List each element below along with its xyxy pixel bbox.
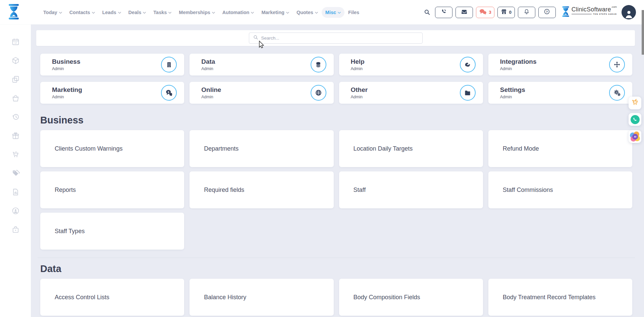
history-icon <box>11 113 20 122</box>
sidebar-item-cart[interactable] <box>0 146 31 164</box>
nav-item-label: Today <box>43 10 57 15</box>
clinicsoftware-logo[interactable]: ClinicSoftware .com TEN STEPS AHEAD <box>561 6 617 18</box>
ai-icon: AI <box>630 131 640 142</box>
nav-item-today[interactable]: Today <box>40 7 66 18</box>
nav-item-label: Contacts <box>69 10 90 15</box>
svg-text:$: $ <box>168 91 169 94</box>
tags-icon <box>11 169 20 179</box>
search-strip <box>36 30 635 46</box>
store-icon <box>501 8 507 16</box>
brand-hourglass-logo[interactable] <box>7 4 20 21</box>
sidebar-item-copy[interactable] <box>0 70 31 89</box>
navbar-actions: 3 0 ? ClinicSoftware .com TEN STEPS AHEA… <box>424 0 636 24</box>
item-card-staff-types[interactable]: Staff Types <box>40 213 184 250</box>
main-content: Business Admin Data Admin Help Admin Int… <box>31 24 644 317</box>
nav-item-misc[interactable]: Misc <box>322 7 344 18</box>
svg-text:?: ? <box>546 10 548 13</box>
cart-orange-icon <box>631 98 639 108</box>
category-title: Settings <box>500 86 609 94</box>
notifications-button[interactable] <box>518 7 535 18</box>
category-subtitle: Admin <box>52 95 161 99</box>
category-title: Business <box>52 58 161 65</box>
category-card-marketing[interactable]: Marketing Admin $ <box>40 82 184 104</box>
sidebar-item-calendar[interactable]: 12 <box>0 33 31 52</box>
search-box[interactable] <box>249 33 423 44</box>
chevron-down-icon <box>315 12 318 14</box>
category-card-settings[interactable]: Settings Admin <box>488 82 632 104</box>
store-button[interactable]: 0 <box>497 7 515 18</box>
item-card-refund-mode[interactable]: Refund Mode <box>488 130 632 167</box>
category-card-integrations[interactable]: Integrations Admin <box>488 54 632 75</box>
copy-icon <box>11 75 20 85</box>
nav-item-label: Marketing <box>261 10 284 15</box>
sidebar-item-basket[interactable] <box>0 89 31 108</box>
phone-icon <box>441 9 447 16</box>
nav-item-marketing[interactable]: Marketing <box>258 7 293 18</box>
sidebar-item-gift[interactable] <box>0 127 31 146</box>
money-chat-icon: $ <box>161 85 177 101</box>
item-card-staff-commissions[interactable]: Staff Commissions <box>488 171 632 208</box>
item-card-balance-history[interactable]: Balance History <box>190 279 333 316</box>
sidebar-item-package[interactable] <box>0 52 31 70</box>
nav-item-contacts[interactable]: Contacts <box>66 7 99 18</box>
cart-orange-floating-button[interactable] <box>629 97 641 109</box>
category-title: Help <box>351 58 460 65</box>
item-card-access-control-lists[interactable]: Access Control Lists <box>40 279 184 316</box>
category-card-other[interactable]: Other Admin <box>339 82 483 104</box>
section-divider <box>38 258 635 258</box>
whatsapp-floating-button[interactable] <box>629 113 641 126</box>
search-input[interactable] <box>261 36 406 41</box>
section-business: BusinessClients Custom WarningsDepartmen… <box>31 115 644 250</box>
nav-item-quotes[interactable]: Quotes <box>293 7 322 18</box>
chat-button[interactable]: 3 <box>476 7 494 18</box>
category-title: Other <box>351 86 460 94</box>
sidebar-item-contact[interactable] <box>0 202 31 221</box>
nav-item-label: Deals <box>128 10 142 15</box>
nav-item-automation[interactable]: Automation <box>219 7 258 18</box>
chevron-down-icon <box>143 12 146 14</box>
category-card-help[interactable]: Help Admin <box>339 54 483 75</box>
item-card-departments[interactable]: Departments <box>190 130 333 167</box>
category-card-business[interactable]: Business Admin <box>40 54 184 75</box>
phone-button[interactable] <box>435 7 452 18</box>
sidebar-item-briefcase[interactable] <box>0 221 31 240</box>
logo-wordmark: ClinicSoftware <box>572 6 611 12</box>
item-card-body-composition-fields[interactable]: Body Composition Fields <box>339 279 483 316</box>
sidebar-item-report[interactable] <box>0 183 31 202</box>
search-icon[interactable] <box>424 9 430 15</box>
category-subtitle: Admin <box>500 95 609 99</box>
nav-item-files[interactable]: Files <box>344 7 363 18</box>
item-card-staff[interactable]: Staff <box>339 171 483 208</box>
sidebar-item-tags[interactable] <box>0 164 31 183</box>
nav-item-leads[interactable]: Leads <box>99 7 125 18</box>
chevron-down-icon <box>338 12 341 14</box>
item-card-clients-custom-warnings[interactable]: Clients Custom Warnings <box>40 130 184 167</box>
nav-item-memberships[interactable]: Memberships <box>175 7 218 18</box>
help-button[interactable]: ? <box>538 7 556 18</box>
category-card-online[interactable]: Online Admin <box>190 82 333 104</box>
whatsapp-icon <box>631 115 640 124</box>
chat-bubbles-icon <box>479 9 487 16</box>
database-icon <box>311 57 326 72</box>
user-icon <box>624 9 634 19</box>
ai-floating-button[interactable]: AI <box>629 130 641 143</box>
chat-count-badge: 3 <box>489 10 491 15</box>
sidebar-item-history[interactable] <box>0 108 31 127</box>
nav-item-tasks[interactable]: Tasks <box>150 7 175 18</box>
nav-item-deals[interactable]: Deals <box>125 7 150 18</box>
item-card-location-daily-targets[interactable]: Location Daily Targets <box>339 130 483 167</box>
inbox-button[interactable] <box>455 7 473 18</box>
section-item-grid: Access Control ListsBalance HistoryBody … <box>40 279 632 316</box>
top-navbar: TodayContactsLeadsDealsTasksMembershipsA… <box>0 0 644 24</box>
nav-item-label: Tasks <box>153 10 167 15</box>
briefcase-icon <box>11 225 20 235</box>
category-subtitle: Admin <box>351 95 460 99</box>
hourglass-icon <box>7 4 20 21</box>
item-card-reports[interactable]: Reports <box>40 171 184 208</box>
scrollbar-thumb[interactable] <box>642 10 644 55</box>
item-card-required-fields[interactable]: Required fields <box>190 171 333 208</box>
category-card-data[interactable]: Data Admin <box>190 54 333 75</box>
move-arrows-icon <box>609 57 625 72</box>
user-avatar[interactable] <box>622 5 636 19</box>
item-card-body-treatment-record-templates[interactable]: Body Treatment Record Templates <box>488 279 632 316</box>
